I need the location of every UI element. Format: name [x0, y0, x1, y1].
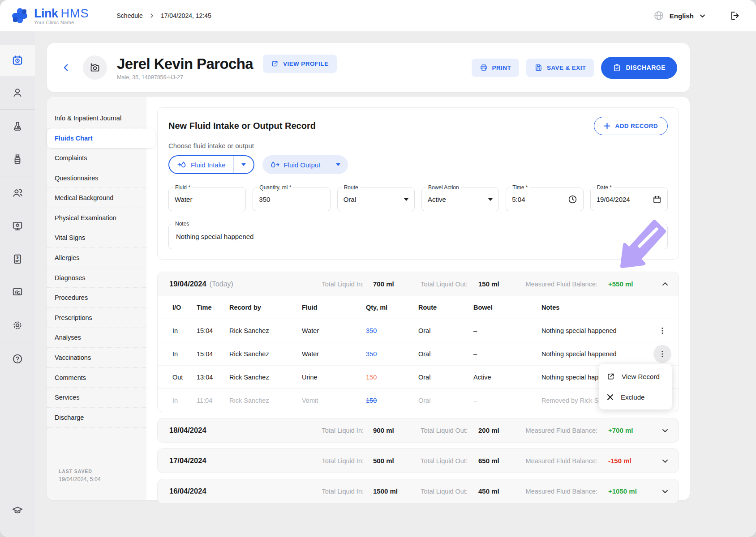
sidebar-item-pharmacy[interactable]	[0, 143, 35, 176]
patient-section-nav: Info & Inpatient Journal Fluids Chart Co…	[47, 97, 146, 500]
nav-item-info-inpatient-journal[interactable]: Info & Inpatient Journal	[47, 108, 146, 128]
svg-text:$: $	[16, 255, 19, 260]
fluid-intake-icon	[177, 160, 187, 170]
education-cap-icon	[12, 505, 23, 516]
nav-item-vital-signs[interactable]: Vital Signs	[47, 228, 146, 248]
fluid-intake-dropdown[interactable]	[234, 156, 253, 173]
view-profile-button[interactable]: VIEW PROFILE	[263, 55, 337, 73]
back-button[interactable]	[61, 63, 71, 72]
add-record-button[interactable]: ADD RECORD	[594, 117, 668, 135]
kebab-menu-icon	[658, 327, 666, 335]
nav-item-fluids-chart[interactable]: Fluids Chart	[47, 128, 155, 149]
time-field[interactable]: Time * 5:04	[506, 188, 583, 211]
sidebar-item-laboratory[interactable]	[0, 110, 35, 143]
day-date: 18/04/2024	[169, 426, 206, 435]
nav-item-physical-examination[interactable]: Physical Examination	[47, 208, 146, 228]
bowel-action-select[interactable]: Bowel Action Active	[421, 188, 499, 211]
patient-person-icon	[12, 87, 23, 98]
nav-item-analyses[interactable]: Analyses	[47, 328, 146, 348]
row-menu-button[interactable]	[653, 322, 671, 340]
route-select[interactable]: Route Oral	[337, 188, 415, 211]
plus-icon	[604, 123, 610, 129]
context-view-record[interactable]: View Record	[599, 366, 672, 387]
nav-item-procedures[interactable]: Procedures	[47, 288, 146, 308]
date-field-value: 19/04/2024	[597, 196, 630, 203]
nav-item-allergies[interactable]: Allergies	[47, 248, 146, 268]
caret-down-icon	[404, 198, 408, 201]
sidebar-item-reports[interactable]	[0, 276, 35, 309]
view-record-label: View Record	[622, 373, 660, 380]
print-label: PRINT	[492, 64, 511, 71]
date-field-label: Date *	[595, 184, 614, 191]
quantity-field-label: Quantity, ml *	[257, 184, 293, 191]
nav-item-discharge[interactable]: Discharge	[47, 408, 146, 428]
sidebar-item-patients[interactable]	[0, 76, 35, 109]
expand-day-button[interactable]	[662, 418, 669, 442]
context-exclude[interactable]: Exclude	[599, 387, 672, 407]
nav-item-diagnoses[interactable]: Diagnoses	[47, 268, 146, 288]
fluid-output-toggle[interactable]: Fluid Output	[262, 155, 348, 174]
logout-button[interactable]	[729, 10, 740, 21]
expand-day-button[interactable]	[662, 449, 669, 473]
row-menu-button-active[interactable]	[653, 345, 671, 363]
caret-down-icon	[336, 163, 340, 166]
nav-item-prescriptions[interactable]: Prescriptions	[47, 308, 146, 328]
sidebar-item-settings[interactable]	[0, 309, 35, 342]
sidebar-item-billing[interactable]: $	[0, 243, 35, 276]
sidebar-item-help[interactable]	[0, 342, 35, 375]
nav-item-vaccinations[interactable]: Vaccinations	[47, 348, 146, 368]
view-profile-label: VIEW PROFILE	[283, 60, 329, 67]
patient-name: Jerel Kevin Parocha	[117, 55, 253, 72]
fluids-chart-panel: New Fluid Intake or Output Record ADD RE…	[146, 97, 690, 500]
sidebar-item-equipment[interactable]	[0, 209, 35, 243]
time-field-value: 5:04	[512, 196, 525, 203]
app-logo[interactable]: Link HMS Your Clinic Name	[10, 6, 89, 26]
last-saved-block: LAST SAVED 19/04/2024, 5:04	[59, 469, 101, 482]
discharge-label: DISCHARGE	[626, 64, 666, 71]
add-record-label: ADD RECORD	[615, 123, 658, 129]
chevron-down-icon	[662, 488, 669, 495]
breadcrumb-current: 17/04/2024, 12:45	[161, 12, 211, 19]
table-row: In 15:04 Rick Sanchez Water 350 Oral – N…	[158, 319, 679, 342]
notes-field[interactable]: Notes Nothing special happened	[168, 224, 668, 249]
language-selector[interactable]: English	[653, 10, 706, 21]
patient-header: Jerel Kevin Parocha VIEW PROFILE Male, 3…	[47, 43, 690, 92]
nav-item-comments[interactable]: Comments	[47, 368, 146, 388]
discharge-button[interactable]: DISCHARGE	[601, 57, 677, 79]
save-exit-button[interactable]: SAVE & EXIT	[526, 59, 594, 77]
nav-item-medical-background[interactable]: Medical Background	[47, 188, 146, 208]
sidebar-item-staff[interactable]	[0, 176, 35, 209]
col-notes: Notes	[541, 304, 653, 311]
app-window: Link HMS Your Clinic Name Schedule 17/04…	[0, 0, 756, 537]
fluid-output-dropdown[interactable]	[328, 155, 348, 174]
collapse-day-button[interactable]	[662, 272, 669, 296]
sidebar-item-schedule[interactable]	[0, 45, 35, 76]
new-record-form: New Fluid Intake or Output Record ADD RE…	[157, 107, 679, 260]
breadcrumb-schedule[interactable]: Schedule	[117, 12, 143, 19]
logo-cross-icon	[10, 6, 30, 26]
last-saved-value: 19/04/2024, 5:04	[59, 476, 101, 482]
balance-value: +550 ml	[608, 272, 633, 296]
nav-item-complaints[interactable]: Complaints	[47, 148, 146, 168]
nav-item-questionnaires[interactable]: Questionnaires	[47, 168, 146, 188]
patient-avatar-upload[interactable]	[83, 55, 107, 80]
print-button[interactable]: PRINT	[472, 59, 520, 77]
fluid-intake-label: Fluid Intake	[191, 161, 226, 169]
nav-item-services[interactable]: Services	[47, 388, 146, 408]
chevron-up-icon	[662, 281, 669, 288]
close-x-icon	[606, 393, 614, 401]
fluid-intake-toggle[interactable]: Fluid Intake	[168, 155, 254, 174]
date-field[interactable]: Date * 19/04/2024	[590, 188, 668, 211]
fluid-field[interactable]: Fluid * Water	[168, 188, 246, 211]
form-title: New Fluid Intake or Output Record	[168, 121, 316, 131]
brand-name-light: HMS	[61, 7, 89, 21]
medicine-bottle-icon	[12, 153, 23, 165]
chevron-down-icon	[699, 13, 706, 19]
sidebar-item-education[interactable]	[0, 497, 35, 524]
calendar-icon	[653, 195, 662, 204]
fluid-field-label: Fluid *	[173, 184, 193, 191]
expand-day-button[interactable]	[662, 479, 669, 503]
save-exit-label: SAVE & EXIT	[547, 64, 586, 71]
quantity-field[interactable]: Quantity, ml * 350	[253, 188, 330, 211]
back-chevron-icon	[61, 63, 71, 72]
